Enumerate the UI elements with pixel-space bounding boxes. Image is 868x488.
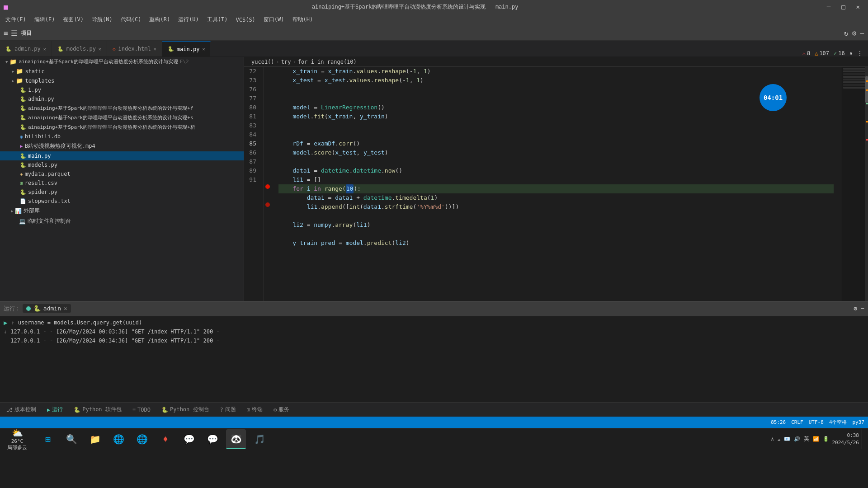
- start-button[interactable]: ⊞: [38, 429, 58, 449]
- menu-help[interactable]: 帮助(H): [289, 15, 317, 24]
- menu-view[interactable]: 视图(V): [59, 15, 87, 24]
- minimize-button[interactable]: ─: [822, 3, 835, 10]
- tab-icon-admin: 🐍: [5, 46, 12, 52]
- long2-icon: 🐍: [20, 115, 26, 121]
- ok-count: ✓ 16: [834, 50, 845, 56]
- file-csv[interactable]: ⊞ result.csv: [0, 178, 244, 188]
- tab-index[interactable]: ◇ index.html ✕: [107, 41, 162, 56]
- toolbar-problems[interactable]: ? 问题: [217, 405, 239, 414]
- pycharm-button[interactable]: 🐼: [226, 429, 246, 449]
- tab-admin[interactable]: 🐍 admin.py ✕: [0, 41, 52, 56]
- folder-external[interactable]: ▶ 📊 外部库: [0, 206, 244, 216]
- menu-window[interactable]: 窗口(W): [260, 15, 288, 24]
- toolbar-run[interactable]: ▶ 运行: [44, 405, 66, 414]
- menu-vcs[interactable]: VCS(S): [232, 16, 259, 24]
- run-admin-close[interactable]: ✕: [64, 305, 67, 312]
- right-scrollbar[interactable]: [841, 67, 868, 301]
- file-spiderpy[interactable]: 🐍 spider.py: [0, 188, 244, 197]
- file-adminpy[interactable]: 🐍 admin.py: [0, 94, 244, 103]
- item-temp[interactable]: 💻 临时文件和控制台: [0, 216, 244, 226]
- menu-tools[interactable]: 工具(T): [203, 15, 231, 24]
- indent[interactable]: 4个空格: [829, 419, 847, 426]
- tab-close-index[interactable]: ✕: [154, 47, 156, 52]
- toolbar-python-console[interactable]: 🐍 Python 控制台: [159, 405, 212, 414]
- parquet-label: mydata.parquet: [25, 171, 71, 177]
- project-icon-refresh[interactable]: ↻: [844, 29, 849, 38]
- file-explorer-button[interactable]: 📁: [85, 429, 105, 449]
- menu-file[interactable]: 文件(F): [2, 15, 30, 24]
- tab-close-main[interactable]: ✕: [202, 47, 205, 52]
- tray-icon-2[interactable]: 📧: [784, 436, 790, 442]
- weather-widget[interactable]: ⛅ 26°C 局部多云: [4, 427, 31, 451]
- menu-run[interactable]: 运行(U): [175, 15, 203, 24]
- file-parquet[interactable]: ◈ mydata.parquet: [0, 169, 244, 178]
- warning-marker-1: [866, 80, 868, 82]
- tab-label-index: index.html: [118, 46, 151, 52]
- clock[interactable]: 0:38 2024/5/26: [832, 432, 859, 446]
- menu-navigate[interactable]: 导航(N): [88, 15, 116, 24]
- folder-static[interactable]: ▶ 📁 static: [0, 66, 244, 76]
- toolbar-services[interactable]: ⚙ 服务: [271, 405, 292, 414]
- tab-main[interactable]: 🐍 main.py ✕: [162, 41, 211, 56]
- code-line-81: model.score(x_test, y_test): [278, 148, 834, 157]
- file-1py[interactable]: 🐍 1.py: [0, 85, 244, 94]
- sidebar-icon-1[interactable]: ≡: [4, 29, 8, 38]
- tab-close-models[interactable]: ✕: [99, 47, 101, 52]
- bc-item-3[interactable]: for i in range(10): [298, 59, 357, 65]
- menu-edit[interactable]: 编辑(E): [31, 15, 59, 24]
- crlf[interactable]: CRLF: [791, 419, 803, 425]
- run-collapse-icon[interactable]: −: [861, 305, 864, 312]
- tab-close-admin[interactable]: ✕: [43, 47, 46, 52]
- folder-templates[interactable]: ▶ 📁 templates: [0, 76, 244, 85]
- more-icon[interactable]: ⋮: [857, 50, 863, 56]
- file-bilibilidb[interactable]: ◉ bilibili.db: [0, 132, 244, 141]
- toolbar-todo[interactable]: ≡ TODO: [130, 406, 153, 414]
- tray-icon-3[interactable]: 🔊: [794, 436, 800, 442]
- expand-icon[interactable]: ∧: [849, 50, 853, 56]
- menu-code[interactable]: 代码(C): [117, 15, 145, 24]
- toolbar-terminal[interactable]: ⊞ 终端: [244, 405, 265, 414]
- line-num-80: 80: [248, 103, 256, 112]
- code-line-77: model.fit(x_train, y_train): [278, 112, 834, 121]
- file-mainpy[interactable]: 🐍 main.py: [0, 151, 244, 160]
- python-version[interactable]: py37: [853, 419, 865, 425]
- sidebar-icon-2[interactable]: ☰: [11, 29, 17, 38]
- file-long1[interactable]: 🐍 ainaiping+基于Spark的哔哩哔哩平台动漫热度分析系统的设计与实现…: [0, 103, 244, 113]
- tab-models[interactable]: 🐍 models.py ✕: [52, 41, 107, 56]
- line-num-84: 84: [248, 130, 256, 139]
- encoding[interactable]: UTF-8: [809, 419, 824, 425]
- csv-label: result.csv: [25, 180, 57, 186]
- run-settings-icon[interactable]: ⚙: [854, 305, 857, 312]
- tray-arrow[interactable]: ∧: [771, 436, 774, 442]
- toolbar-python-packages[interactable]: 🐍 Python 软件包: [71, 405, 124, 414]
- menu-refactor[interactable]: 重构(R): [146, 15, 174, 24]
- file-modelspy[interactable]: 🐍 models.py: [0, 160, 244, 169]
- edge-button-2[interactable]: 🌐: [132, 429, 152, 449]
- app-9[interactable]: 🎵: [250, 429, 269, 449]
- tray-wifi[interactable]: 📶: [813, 436, 819, 442]
- tray-ime[interactable]: 英: [804, 435, 809, 443]
- project-icon-settings[interactable]: ⚙: [852, 29, 857, 38]
- project-icon-minus[interactable]: −: [860, 29, 864, 38]
- code-area[interactable]: x_train = x_train.values.reshape(-1, 1) …: [271, 67, 841, 301]
- tray-battery[interactable]: 🔋: [823, 436, 829, 442]
- project-root[interactable]: ▼ 📁 ainaiping+基于Spark的哔哩哔哩平台动漫热度分析系统的设计与…: [0, 57, 244, 66]
- tray-icon-1[interactable]: ☁: [778, 436, 781, 442]
- toolbar-version-control[interactable]: ⎇ 版本控制: [4, 405, 39, 414]
- bc-item-2[interactable]: try: [281, 59, 291, 65]
- file-mp4[interactable]: ▶ B站动漫视频热度可视化.mp4: [0, 141, 244, 151]
- wechat-button[interactable]: 💬: [203, 429, 222, 449]
- line-col[interactable]: 85:26: [771, 419, 786, 425]
- file-stopwords[interactable]: 📄 stopwords.txt: [0, 197, 244, 206]
- show-desktop[interactable]: [862, 429, 864, 449]
- search-button[interactable]: 🔍: [61, 429, 81, 449]
- edge-button-1[interactable]: 🌐: [108, 429, 128, 449]
- maximize-button[interactable]: □: [837, 3, 849, 10]
- code-line-84: li1 = []: [278, 175, 834, 184]
- app-5[interactable]: ♦: [156, 429, 175, 449]
- file-long3[interactable]: 🐍 ainaiping+基于Spark的哔哩哔哩平台动漫热度分析系统的设计与实现…: [0, 122, 244, 132]
- bc-item-1[interactable]: yuce1(): [251, 59, 274, 65]
- file-long2[interactable]: 🐍 ainaiping+基于Spark的哔哩哔哩平台动漫热度分析系统的设计与实现…: [0, 113, 244, 122]
- close-button[interactable]: ✕: [852, 3, 864, 10]
- app-6[interactable]: 💬: [179, 429, 199, 449]
